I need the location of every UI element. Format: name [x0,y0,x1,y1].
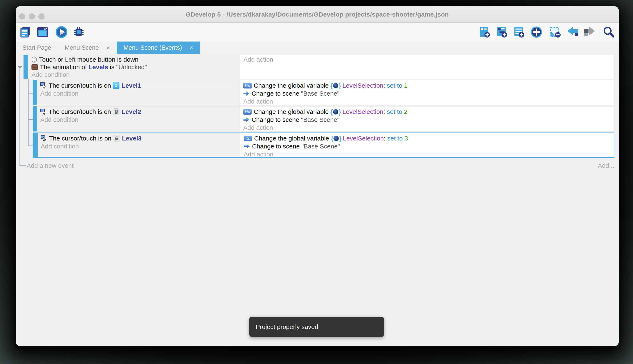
event-drag-handle[interactable] [33,106,37,132]
add-action-button[interactable]: Add action [240,124,614,132]
debug-bug-icon [72,26,85,38]
event-drag-handle[interactable] [24,55,28,79]
tree-line [20,68,20,166]
tab-close-icon[interactable]: × [189,45,193,51]
add-circle-icon [530,26,543,38]
tab-menu-scene[interactable]: Menu Scene × [58,42,117,54]
lock-icon [115,138,118,140]
save-toast: Project properly saved [249,316,384,337]
add-sub-event-icon [496,26,508,38]
cursor-icon [40,108,47,115]
add-event-icon [479,26,491,38]
collapse-event-toggle[interactable] [18,66,23,69]
undo-icon [566,26,579,38]
play-icon [55,26,68,38]
play-preview-button[interactable] [55,26,68,38]
add-other-event-button[interactable] [530,26,543,38]
global-variable-icon: {} [331,135,342,142]
add-new-event-button[interactable]: Add a new event [27,162,74,169]
window-title: GDevelop 5 - /Users/dkarakay/Documents/G… [16,6,619,22]
level2-object-icon [113,108,119,115]
change-scene-arrow-icon [243,117,249,122]
add-comment-icon [513,26,526,38]
toolbar-divider [52,26,52,38]
tree-line [28,79,29,146]
condition-touch-mouse[interactable]: Touch or Left mouse button is down [28,56,240,63]
action-change-scene[interactable]: Change to scene "Base Scene" [240,116,614,124]
event-drag-handle[interactable] [33,133,38,157]
event-drag-handle[interactable] [33,80,37,105]
action-change-scene[interactable]: Change to scene "Base Scene" [240,90,614,98]
sprite-animation-icon [32,64,38,70]
cursor-icon [40,82,47,89]
action-change-scene[interactable]: Change to scene "Base Scene" [240,142,614,150]
add-action-button[interactable]: Add action [240,150,614,157]
add-event-button[interactable] [479,26,491,38]
action-set-variable[interactable]: VarChange the global variable {}LevelSel… [240,82,614,90]
global-variable-icon: {} [330,108,341,115]
tab-start-page[interactable]: Start Page [16,42,58,54]
toast-message: Project properly saved [256,323,318,330]
level3-object-icon [113,135,120,142]
condition-animation[interactable]: The animation of Levels is "Unlocked" [28,63,240,71]
event-row-level1: The cursor/touch is on 1Level1 Add condi… [33,80,614,105]
condition-cursor-on-level3[interactable]: The cursor/touch is on Level3 [38,134,240,142]
events-sheet: Touch or Left mouse button is down The a… [16,54,619,346]
add-condition-button[interactable]: Add condition [37,116,240,124]
variable-icon: Var [243,109,252,115]
project-manager-button[interactable] [19,26,32,38]
undo-button[interactable] [566,26,579,38]
event-row-main: Touch or Left mouse button is down The a… [24,55,614,79]
add-condition-button[interactable]: Add condition [37,90,240,98]
add-action-button[interactable]: Add action [240,98,614,105]
global-variable-icon: {} [330,82,341,89]
variable-icon: Var [243,83,252,88]
search-icon [602,26,615,38]
tab-label: Start Page [23,44,51,51]
redo-button[interactable] [583,26,596,38]
toolbar-divider [546,26,546,38]
add-condition-button[interactable]: Add condition [38,142,240,150]
add-comment-button[interactable] [513,26,526,38]
delete-event-button[interactable] [549,26,562,38]
tree-line [28,93,33,94]
change-scene-arrow-icon [243,91,249,96]
tree-line [28,146,33,146]
variable-icon: Var [244,136,252,141]
redo-icon [583,26,596,38]
mouse-icon [32,56,37,63]
scene-window-icon [36,26,49,38]
action-set-variable[interactable]: VarChange the global variable {}LevelSel… [240,134,614,142]
add-sub-event-button[interactable] [496,26,508,38]
app-window: GDevelop 5 - /Users/dkarakay/Documents/G… [16,6,619,346]
toolbar [16,23,619,42]
tab-close-icon[interactable]: × [106,45,110,51]
tab-label: Menu Scene (Events) [123,44,182,51]
add-action-button[interactable]: Add action [240,56,614,63]
titlebar: GDevelop 5 - /Users/dkarakay/Documents/G… [16,6,619,23]
condition-cursor-on-level1[interactable]: The cursor/touch is on 1Level1 [37,82,240,90]
lock-icon [115,112,118,114]
tree-line [28,119,33,120]
cursor-icon [41,135,47,142]
action-set-variable[interactable]: VarChange the global variable {}LevelSel… [240,108,614,116]
tab-menu-scene-events[interactable]: Menu Scene (Events) × [117,42,200,54]
editor-tabbar: Start Page Menu Scene × Menu Scene (Even… [16,42,619,54]
add-more-button[interactable]: Add... [598,162,614,169]
search-events-button[interactable] [602,26,615,38]
scene-editor-button[interactable] [36,26,49,38]
debug-button[interactable] [72,26,85,38]
tree-line [20,166,26,166]
level1-object-icon: 1 [113,82,119,89]
event-row-level2: The cursor/touch is on Level2 Add condit… [33,106,614,132]
project-manager-icon [19,26,32,38]
condition-cursor-on-level2[interactable]: The cursor/touch is on Level2 [37,108,240,116]
add-condition-button[interactable]: Add condition [28,71,240,78]
toolbar-divider [599,26,599,38]
delete-event-icon [549,26,562,38]
change-scene-arrow-icon [244,144,250,149]
event-row-level3: The cursor/touch is on Level3 Add condit… [33,132,614,158]
tab-label: Menu Scene [65,44,99,51]
